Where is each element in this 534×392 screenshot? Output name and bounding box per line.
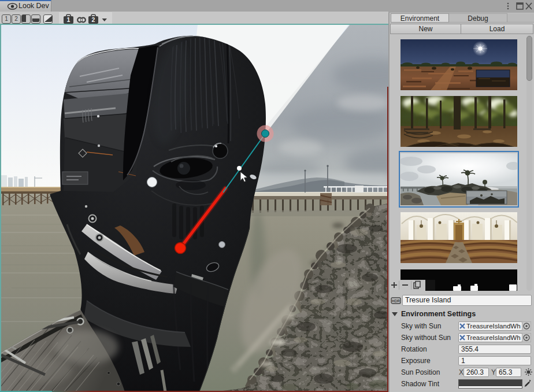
svg-text:1: 1 — [67, 16, 71, 23]
svg-text:HDR: HDR — [392, 299, 400, 303]
svg-text:2: 2 — [92, 16, 95, 23]
